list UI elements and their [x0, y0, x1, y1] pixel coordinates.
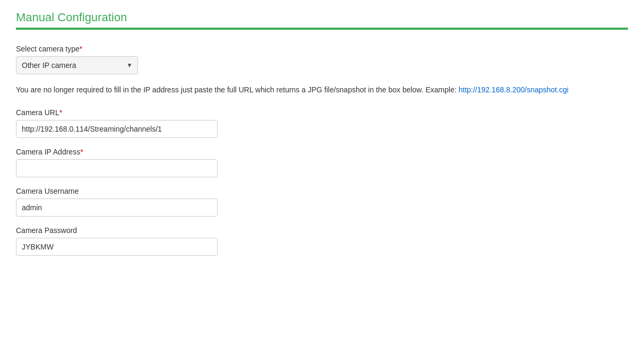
camera-password-input[interactable]: [16, 238, 218, 256]
camera-url-required-star: *: [59, 108, 62, 117]
camera-username-input[interactable]: [16, 199, 218, 217]
page-container: Manual Configuration Select camera type*…: [0, 0, 644, 281]
camera-ip-required-star: *: [80, 148, 83, 156]
page-title: Manual Configuration: [16, 11, 628, 24]
camera-type-required-star: *: [80, 45, 82, 53]
camera-username-group: Camera Username: [16, 187, 628, 217]
camera-ip-group: Camera IP Address*: [16, 148, 628, 177]
camera-type-label: Select camera type*: [16, 45, 628, 53]
camera-username-label: Camera Username: [16, 187, 628, 195]
green-divider: [16, 28, 628, 30]
info-text-link: http://192.168.8.200/snapshot.cgi: [459, 85, 569, 94]
camera-type-select-wrapper: Other IP camera Hikvision Dahua Axis Fos…: [16, 56, 138, 74]
camera-ip-label: Camera IP Address*: [16, 148, 628, 156]
camera-password-group: Camera Password: [16, 226, 628, 256]
camera-type-section: Select camera type* Other IP camera Hikv…: [16, 45, 628, 74]
camera-password-label: Camera Password: [16, 226, 628, 235]
camera-url-group: Camera URL*: [16, 108, 628, 138]
camera-url-label: Camera URL*: [16, 108, 628, 117]
info-text-block: You are no longer required to fill in th…: [16, 84, 621, 96]
camera-ip-input[interactable]: [16, 159, 218, 177]
camera-type-select[interactable]: Other IP camera Hikvision Dahua Axis Fos…: [16, 56, 138, 74]
camera-url-input[interactable]: [16, 120, 218, 138]
